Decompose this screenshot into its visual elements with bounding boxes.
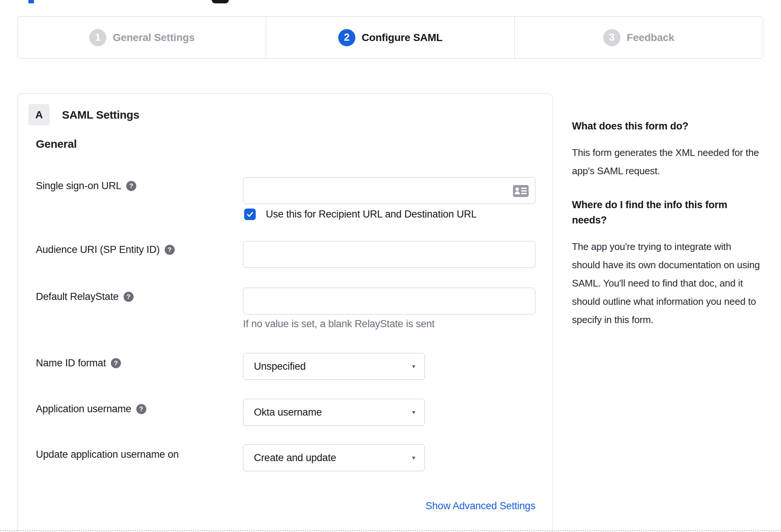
sidebar-body-where: The app you're trying to integrate with … bbox=[572, 238, 762, 329]
audience-uri-label-group: Audience URI (SP Entity ID) ? bbox=[36, 244, 175, 256]
sidebar-heading-what: What does this form do? bbox=[572, 119, 762, 134]
saml-configuration-page: 1 General Settings 2 Configure SAML 3 Fe… bbox=[0, 0, 781, 532]
saml-settings-panel: A SAML Settings General Single sign-on U… bbox=[18, 93, 553, 532]
step-2-label: Configure SAML bbox=[362, 32, 443, 44]
application-username-value: Okta username bbox=[243, 407, 322, 418]
help-icon[interactable]: ? bbox=[165, 245, 175, 255]
step-1-number-badge: 1 bbox=[89, 29, 106, 46]
name-id-format-label: Name ID format bbox=[36, 357, 106, 369]
relaystate-label: Default RelayState bbox=[36, 291, 119, 303]
audience-uri-label: Audience URI (SP Entity ID) bbox=[36, 244, 160, 256]
show-advanced-settings-link[interactable]: Show Advanced Settings bbox=[426, 500, 535, 512]
sso-url-input-wrap bbox=[243, 177, 535, 204]
step-general-settings[interactable]: 1 General Settings bbox=[18, 17, 266, 58]
application-username-label-group: Application username ? bbox=[36, 403, 146, 415]
step-2-number-badge: 2 bbox=[338, 29, 355, 46]
application-username-select[interactable]: Okta username ▼ bbox=[243, 399, 425, 426]
clipped-header-fragment bbox=[28, 0, 34, 3]
step-feedback[interactable]: 3 Feedback bbox=[514, 17, 763, 58]
update-username-label-group: Update application username on bbox=[36, 449, 179, 460]
name-id-format-value: Unspecified bbox=[243, 361, 306, 372]
sidebar-heading-where: Where do I find the info this form needs… bbox=[572, 197, 762, 228]
relaystate-input[interactable] bbox=[243, 288, 535, 314]
clipped-toggle-fragment bbox=[212, 0, 229, 3]
update-username-value: Create and update bbox=[243, 452, 336, 464]
help-icon[interactable]: ? bbox=[111, 358, 121, 368]
recipient-destination-checkbox[interactable] bbox=[244, 209, 256, 220]
relaystate-hint: If no value is set, a blank RelayState i… bbox=[243, 318, 435, 330]
step-3-label: Feedback bbox=[627, 32, 675, 44]
help-icon[interactable]: ? bbox=[136, 404, 146, 414]
sso-url-input[interactable] bbox=[243, 178, 535, 204]
step-1-label: General Settings bbox=[113, 32, 195, 44]
chevron-down-icon: ▼ bbox=[411, 363, 416, 369]
recipient-destination-checkbox-label: Use this for Recipient URL and Destinati… bbox=[266, 209, 477, 220]
step-configure-saml[interactable]: 2 Configure SAML bbox=[266, 17, 514, 58]
update-username-label: Update application username on bbox=[36, 449, 179, 460]
general-heading: General bbox=[36, 138, 77, 150]
relaystate-label-group: Default RelayState ? bbox=[36, 291, 134, 303]
section-a-badge: A bbox=[28, 104, 50, 125]
panel-title: SAML Settings bbox=[62, 109, 139, 121]
sso-recipient-checkbox-row: Use this for Recipient URL and Destinati… bbox=[244, 209, 477, 220]
help-icon[interactable]: ? bbox=[126, 181, 136, 191]
section-divider-dashed bbox=[0, 530, 781, 531]
chevron-down-icon: ▼ bbox=[411, 455, 416, 461]
update-username-select[interactable]: Create and update ▼ bbox=[243, 444, 425, 471]
checkmark-icon bbox=[246, 210, 254, 218]
name-id-format-select[interactable]: Unspecified ▼ bbox=[243, 353, 425, 380]
sso-url-label-group: Single sign-on URL ? bbox=[36, 180, 136, 192]
sidebar-body-what: This form generates the XML needed for t… bbox=[572, 144, 762, 180]
audience-uri-input-wrap bbox=[243, 241, 535, 268]
help-icon[interactable]: ? bbox=[124, 292, 134, 302]
help-sidebar: What does this form do? This form genera… bbox=[572, 119, 762, 346]
relaystate-input-wrap bbox=[243, 288, 535, 314]
name-id-format-label-group: Name ID format ? bbox=[36, 357, 121, 369]
step-3-number-badge: 3 bbox=[603, 29, 620, 46]
audience-uri-input[interactable] bbox=[243, 241, 535, 267]
contact-card-icon bbox=[513, 185, 529, 197]
sso-url-label: Single sign-on URL bbox=[36, 180, 121, 192]
application-username-label: Application username bbox=[36, 403, 131, 415]
wizard-stepper: 1 General Settings 2 Configure SAML 3 Fe… bbox=[18, 16, 763, 59]
chevron-down-icon: ▼ bbox=[411, 409, 416, 415]
